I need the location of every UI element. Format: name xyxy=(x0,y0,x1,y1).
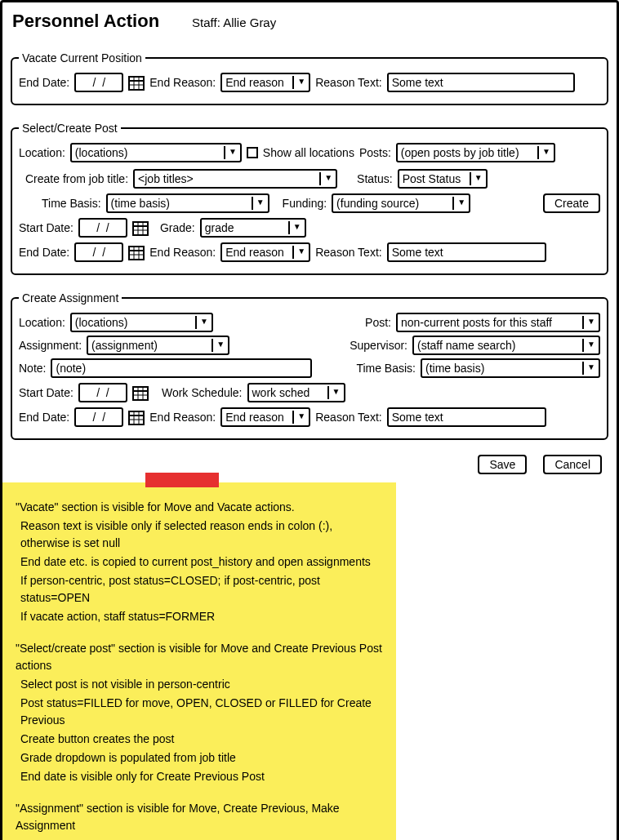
location-select[interactable]: (locations) xyxy=(70,143,242,162)
end-date-label: End Date: xyxy=(19,246,69,259)
calendar-icon[interactable] xyxy=(128,74,145,91)
post-label: Post: xyxy=(365,316,391,329)
time-basis-select[interactable]: (time basis) xyxy=(106,193,269,213)
grade-select[interactable]: grade xyxy=(200,218,306,238)
save-button[interactable]: Save xyxy=(478,455,527,474)
location-label: Location: xyxy=(19,316,65,329)
cancel-button[interactable]: Cancel xyxy=(543,455,602,474)
job-title-label: Create from job title: xyxy=(25,172,128,185)
end-date-input[interactable] xyxy=(74,407,123,427)
sticky-tab xyxy=(145,473,219,487)
end-reason-label: End Reason: xyxy=(149,76,216,89)
select-post-section: Select/Create Post Location: (locations)… xyxy=(11,122,608,275)
calendar-icon[interactable] xyxy=(132,220,149,236)
note-line: Select post is not visible in person-cen… xyxy=(16,676,383,693)
end-date-input[interactable] xyxy=(74,242,123,262)
start-date-label: Start Date: xyxy=(19,386,73,399)
note-label: Note: xyxy=(19,362,46,375)
reason-text-label: Reason Text: xyxy=(315,246,381,259)
calendar-icon[interactable] xyxy=(128,409,145,425)
start-date-label: Start Date: xyxy=(19,221,73,234)
note-line: "Select/create post" section is visible … xyxy=(16,640,383,674)
end-reason-select[interactable]: End reason xyxy=(220,407,310,427)
end-date-label: End Date: xyxy=(19,76,69,89)
time-basis-label: Time Basis: xyxy=(356,362,416,375)
page-title: Personnel Action xyxy=(12,11,159,32)
svg-rect-10 xyxy=(129,247,144,260)
start-date-input[interactable] xyxy=(78,383,127,402)
reason-text-input[interactable] xyxy=(387,73,575,92)
create-button[interactable]: Create xyxy=(543,193,600,213)
show-all-checkbox[interactable] xyxy=(247,147,258,158)
status-select[interactable]: Post Status xyxy=(398,169,488,189)
time-basis-label: Time Basis: xyxy=(42,197,101,210)
note-line: Post status=FILLED for move, OPEN, CLOSE… xyxy=(16,695,383,729)
end-reason-select[interactable]: End reason xyxy=(220,242,310,262)
assignment-legend: Create Assignment xyxy=(19,291,122,304)
calendar-icon[interactable] xyxy=(128,244,145,260)
job-title-select[interactable]: <job titles> xyxy=(133,169,337,189)
note-line: If person-centric, post status=CLOSED; i… xyxy=(16,572,383,607)
posts-select[interactable]: (open posts by job title) xyxy=(396,143,555,162)
note-line: Reason text is visible only if selected … xyxy=(16,518,383,552)
note-line: End date is visible only for Create Prev… xyxy=(16,768,383,785)
funding-select[interactable]: (funding source) xyxy=(332,193,470,213)
svg-rect-20 xyxy=(129,411,144,424)
location-label: Location: xyxy=(19,146,65,159)
supervisor-select[interactable]: (staff name search) xyxy=(412,336,600,355)
assignment-label: Assignment: xyxy=(19,339,82,352)
end-reason-select[interactable]: End reason xyxy=(220,73,310,92)
reason-text-input[interactable] xyxy=(387,242,546,262)
note-line: Grade dropdown is populated from job tit… xyxy=(16,749,383,767)
supervisor-label: Supervisor: xyxy=(350,339,407,352)
posts-label: Posts: xyxy=(359,146,391,159)
note-input[interactable] xyxy=(51,358,312,378)
reason-text-label: Reason Text: xyxy=(315,76,381,89)
assignment-section: Create Assignment Location: (locations) … xyxy=(11,291,608,440)
start-date-input[interactable] xyxy=(78,218,127,238)
assignment-select[interactable]: (assignment) xyxy=(87,336,229,355)
svg-rect-15 xyxy=(133,387,148,400)
svg-rect-0 xyxy=(129,77,144,90)
end-reason-label: End Reason: xyxy=(149,246,216,259)
reason-text-input[interactable] xyxy=(387,407,546,427)
note-line: If vacate action, staff status=FORMER xyxy=(16,608,383,625)
staff-name: Staff: Allie Gray xyxy=(192,16,276,29)
calendar-icon[interactable] xyxy=(132,384,149,401)
end-date-label: End Date: xyxy=(19,411,69,424)
show-all-label: Show all locations xyxy=(263,146,354,159)
note-line: "Assignment" section is visible for Move… xyxy=(16,800,383,834)
work-sched-label: Work Schedule: xyxy=(162,386,243,399)
note-line: Create button creates the post xyxy=(16,731,383,748)
sticky-note: "Vacate" section is visible for Move and… xyxy=(2,482,396,840)
reason-text-label: Reason Text: xyxy=(315,411,381,424)
svg-rect-5 xyxy=(133,222,148,235)
post-select[interactable]: non-current posts for this staff xyxy=(396,313,600,332)
end-date-input[interactable] xyxy=(74,73,123,92)
grade-label: Grade: xyxy=(160,221,195,234)
vacate-legend: Vacate Current Position xyxy=(19,51,145,64)
end-reason-label: End Reason: xyxy=(149,411,216,424)
status-label: Status: xyxy=(357,172,393,185)
select-post-legend: Select/Create Post xyxy=(19,122,121,135)
location-select[interactable]: (locations) xyxy=(70,313,213,332)
note-line: End date etc. is copied to current post_… xyxy=(16,553,383,571)
funding-label: Funding: xyxy=(283,197,327,210)
work-sched-select[interactable]: work sched xyxy=(247,383,345,402)
note-line: "Vacate" section is visible for Move and… xyxy=(16,499,383,516)
vacate-section: Vacate Current Position End Date: End Re… xyxy=(11,51,608,105)
time-basis-select[interactable]: (time basis) xyxy=(421,358,600,378)
